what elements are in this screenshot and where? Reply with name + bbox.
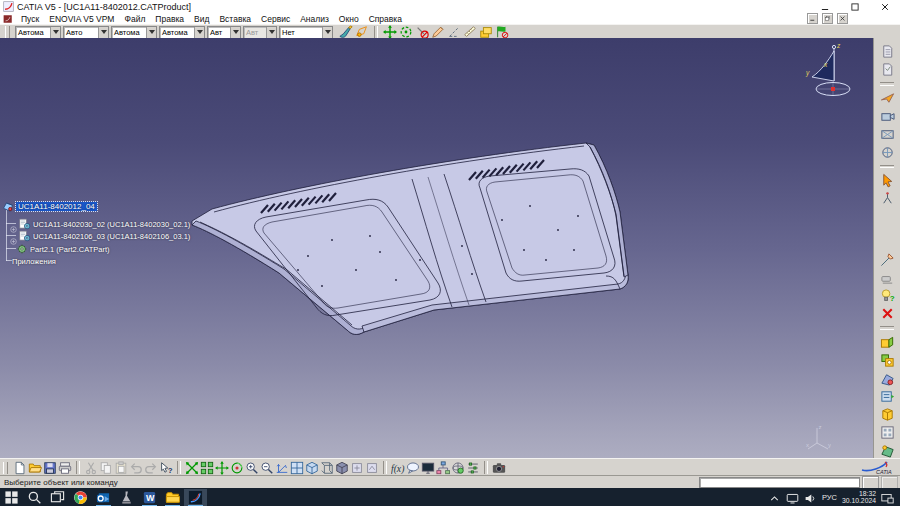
paste-icon[interactable] xyxy=(114,461,128,475)
chevron-up-icon[interactable] xyxy=(768,491,781,504)
plane-icon[interactable] xyxy=(880,91,895,106)
shade-cube-icon[interactable] xyxy=(335,461,349,475)
close-icon[interactable] xyxy=(880,2,890,12)
help-icon[interactable]: ? xyxy=(159,461,173,475)
power-input-field[interactable] xyxy=(699,477,860,488)
target-icon[interactable] xyxy=(399,25,413,39)
fx-icon[interactable]: f(x) xyxy=(391,461,405,475)
camera-icon[interactable] xyxy=(492,461,506,475)
rotate-icon[interactable] xyxy=(230,461,244,475)
outlook-icon[interactable] xyxy=(92,489,115,506)
select-arrow-icon[interactable] xyxy=(880,173,895,188)
line-color-combo[interactable]: Автома xyxy=(111,26,157,39)
tree-child-node[interactable]: UC1A11-8402106_03 (UC1A11-8402106_03.1) xyxy=(33,232,190,241)
print-icon[interactable] xyxy=(58,461,72,475)
toolbar-grip[interactable] xyxy=(5,26,10,38)
menu-insert[interactable]: Вставка xyxy=(214,14,256,24)
line-weight-combo[interactable]: Авт xyxy=(207,26,241,39)
eraser-icon[interactable] xyxy=(880,270,895,285)
menu-help[interactable]: Справка xyxy=(364,14,407,24)
tree-root-node[interactable]: UC1A11-8402012_04 xyxy=(16,202,97,211)
instance-marker-icon[interactable] xyxy=(9,232,18,241)
document-icon[interactable] xyxy=(3,14,13,24)
flag-icon[interactable] xyxy=(495,25,509,39)
mini-a-icon[interactable] xyxy=(350,461,364,475)
menu-edit[interactable]: Правка xyxy=(150,14,189,24)
tree-child-node[interactable]: UC1A11-8402030_02 (UC1A11-8402030_02.1) xyxy=(33,220,190,229)
cat-a-icon[interactable] xyxy=(880,335,895,350)
opacity-combo[interactable]: Авто xyxy=(63,26,109,39)
menu-tools[interactable]: Сервис xyxy=(256,14,295,24)
hood-3d-model[interactable] xyxy=(180,128,660,376)
word-icon[interactable]: W xyxy=(138,489,161,506)
mini-b-icon[interactable] xyxy=(365,461,379,475)
fly-icon[interactable] xyxy=(185,461,199,475)
wire-cube-icon[interactable] xyxy=(320,461,334,475)
search-icon[interactable] xyxy=(23,489,46,506)
menu-window[interactable]: Окно xyxy=(334,14,364,24)
language-indicator[interactable]: РУС xyxy=(822,493,837,502)
cat-g-icon[interactable] xyxy=(880,443,895,458)
levels-icon[interactable] xyxy=(466,461,480,475)
subproduct-icon[interactable] xyxy=(19,218,31,230)
screen-icon[interactable] xyxy=(421,461,435,475)
menu-file[interactable]: Файл xyxy=(119,14,150,24)
taskbar-clock[interactable]: 18:32 30.10.2024 xyxy=(842,490,876,505)
undo-icon[interactable] xyxy=(129,461,143,475)
menu-enovia[interactable]: ENOVIA V5 VPM xyxy=(44,14,119,24)
doc-close-icon[interactable] xyxy=(837,13,848,24)
doc-gray-icon[interactable] xyxy=(880,44,895,59)
open-folder-icon[interactable] xyxy=(28,461,42,475)
folder-icon[interactable] xyxy=(161,489,184,506)
menu-start[interactable]: Пуск xyxy=(16,14,44,24)
taskview-icon[interactable] xyxy=(46,489,69,506)
copy-icon[interactable] xyxy=(99,461,113,475)
win-icon[interactable] xyxy=(0,489,23,506)
toolbar-grip[interactable] xyxy=(3,462,8,474)
cam-b-icon[interactable] xyxy=(880,127,895,142)
3d-compass[interactable]: z x y xyxy=(800,40,858,102)
red-x-icon[interactable] xyxy=(880,306,895,321)
line-type-combo[interactable]: Автома xyxy=(159,26,205,39)
statue-icon[interactable] xyxy=(115,489,138,506)
speaker-icon[interactable] xyxy=(804,491,817,504)
paintbrush-icon[interactable] xyxy=(339,25,353,39)
pencil-icon[interactable] xyxy=(431,25,445,39)
cat-b-icon[interactable] xyxy=(880,353,895,368)
cat-e-icon[interactable] xyxy=(880,407,895,422)
subproduct-icon[interactable] xyxy=(19,230,31,242)
doc-minimize-icon[interactable] xyxy=(807,13,818,24)
snap-off-icon[interactable] xyxy=(415,25,429,39)
product-root-icon[interactable] xyxy=(2,200,14,212)
zoom-out-icon[interactable] xyxy=(260,461,274,475)
zoom-in-icon[interactable] xyxy=(245,461,259,475)
menu-view[interactable]: Вид xyxy=(189,14,214,24)
instance-marker-icon[interactable] xyxy=(9,220,18,229)
globe-icon[interactable] xyxy=(451,461,465,475)
catia-task-icon[interactable] xyxy=(184,489,207,506)
cam-a-icon[interactable] xyxy=(880,109,895,124)
part-icon[interactable] xyxy=(16,243,28,255)
angle-icon[interactable] xyxy=(447,25,461,39)
bulb-icon[interactable]: ? xyxy=(880,288,895,303)
multi-view-icon[interactable] xyxy=(290,461,304,475)
minimize-icon[interactable] xyxy=(820,2,830,12)
cut-icon[interactable] xyxy=(84,461,98,475)
redo-icon[interactable] xyxy=(144,461,158,475)
tree-applications-node[interactable]: Приложения xyxy=(12,257,56,266)
layer-combo[interactable]: Нет xyxy=(279,26,333,39)
sketch-icon[interactable] xyxy=(880,191,895,206)
cat-c-icon[interactable] xyxy=(880,371,895,386)
fit-all-icon[interactable] xyxy=(200,461,214,475)
pencil-line-icon[interactable] xyxy=(880,252,895,267)
orgchart-icon[interactable] xyxy=(436,461,450,475)
stack-icon[interactable] xyxy=(479,25,493,39)
tree-part-node[interactable]: Part2.1 (Part2.CATPart) xyxy=(30,245,109,254)
fill-color-combo[interactable]: Автома xyxy=(15,26,61,39)
monitor-icon[interactable] xyxy=(786,491,799,504)
doc-gray2-icon[interactable] xyxy=(880,62,895,77)
measure-icon[interactable] xyxy=(463,25,477,39)
cat-d-icon[interactable] xyxy=(880,389,895,404)
3d-viewport[interactable]: UC1A11-8402012_04 UC1A11-8402030_02 (UC1… xyxy=(0,38,874,458)
menu-analyze[interactable]: Анализ xyxy=(295,14,334,24)
